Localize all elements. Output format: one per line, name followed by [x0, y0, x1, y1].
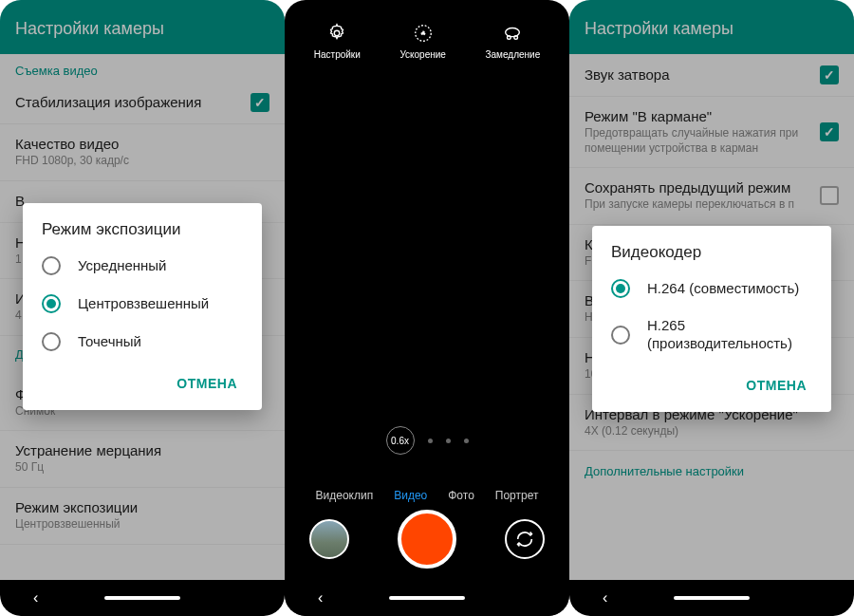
radio-icon — [42, 294, 61, 313]
android-navbar: ‹ · — [569, 580, 854, 616]
android-navbar: ‹ · — [285, 580, 569, 616]
radio-label: H.265 (производительность) — [647, 317, 812, 353]
camera-modes[interactable]: Видеоклип Видео Фото Портрет — [285, 489, 569, 502]
slowmo-icon — [502, 23, 523, 44]
mode-clip[interactable]: Видеоклип — [316, 489, 374, 502]
label: Замедление — [485, 49, 540, 60]
camera-controls — [285, 510, 569, 569]
camera-panel: Настройки Ускорение Замедление 0.6x Виде… — [285, 0, 569, 616]
settings-panel-left: Настройки камеры Съемка видео Стабилизац… — [0, 0, 285, 616]
zoom-dot — [428, 439, 433, 443]
radio-option-h265[interactable]: H.265 (производительность) — [592, 308, 831, 363]
svg-point-3 — [506, 28, 520, 37]
camera-settings-button[interactable]: Настройки — [314, 23, 361, 60]
home-pill[interactable] — [389, 596, 465, 600]
back-icon[interactable]: ‹ — [33, 589, 38, 607]
radio-icon — [611, 279, 630, 298]
android-navbar: ‹ · — [0, 580, 285, 616]
radio-icon — [42, 332, 61, 351]
zoom-badge[interactable]: 0.6x — [386, 426, 415, 455]
camera-top-bar: Настройки Ускорение Замедление — [285, 0, 569, 69]
svg-point-4 — [508, 36, 511, 40]
home-pill[interactable] — [674, 596, 750, 600]
mode-portrait[interactable]: Портрет — [495, 489, 539, 502]
label: Настройки — [314, 49, 361, 60]
svg-point-0 — [335, 30, 341, 36]
svg-point-5 — [514, 36, 518, 40]
back-icon[interactable]: ‹ — [318, 589, 323, 607]
radio-option-h264[interactable]: H.264 (совместимость) — [592, 270, 831, 308]
dialog-title: Видеокодер — [592, 243, 831, 270]
radio-option-spot[interactable]: Точечный — [23, 323, 262, 361]
gear-icon — [326, 23, 347, 44]
exposure-dialog: Режим экспозиции Усредненный Центровзвеш… — [23, 203, 262, 410]
zoom-dot — [464, 439, 469, 443]
svg-point-2 — [421, 31, 425, 35]
mode-video[interactable]: Видео — [394, 489, 427, 502]
label: Ускорение — [399, 49, 446, 60]
mode-photo[interactable]: Фото — [448, 489, 474, 502]
camera-slowmo-button[interactable]: Замедление — [485, 23, 540, 60]
radio-option-center[interactable]: Центровзвешенный — [23, 285, 262, 323]
settings-panel-right: Настройки камеры Звук затвора Режим "В к… — [569, 0, 854, 616]
gallery-thumbnail[interactable] — [309, 519, 349, 559]
encoder-dialog: Видеокодер H.264 (совместимость) H.265 (… — [592, 226, 831, 412]
home-pill[interactable] — [104, 596, 180, 600]
back-icon[interactable]: ‹ — [603, 589, 607, 607]
dialog-title: Режим экспозиции — [23, 220, 262, 247]
timelapse-icon — [413, 23, 434, 44]
radio-label: H.264 (совместимость) — [647, 280, 799, 298]
radio-label: Точечный — [78, 333, 141, 351]
cancel-button[interactable]: ОТМЕНА — [167, 368, 247, 399]
zoom-dot — [446, 439, 451, 443]
switch-camera-button[interactable] — [505, 519, 545, 559]
zoom-strip[interactable]: 0.6x — [285, 426, 569, 455]
radio-label: Усредненный — [78, 257, 167, 275]
radio-icon — [42, 256, 61, 275]
radio-option-averaged[interactable]: Усредненный — [23, 247, 262, 285]
camera-timelapse-button[interactable]: Ускорение — [399, 23, 446, 60]
cancel-button[interactable]: ОТМЕНА — [736, 370, 816, 401]
shutter-button[interactable] — [398, 510, 456, 569]
radio-label: Центровзвешенный — [78, 295, 209, 313]
radio-icon — [611, 326, 630, 345]
